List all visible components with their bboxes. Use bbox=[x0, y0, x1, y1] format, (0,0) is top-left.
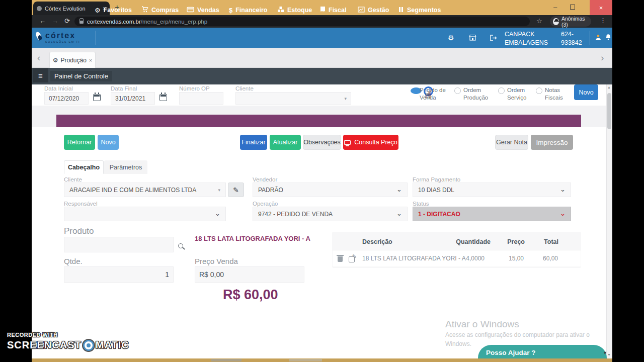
nav-label: Segmentos bbox=[407, 7, 441, 14]
scrollbar-thumb[interactable] bbox=[607, 93, 611, 129]
cliente-label: Cliente bbox=[64, 176, 82, 183]
data-final-input[interactable]: 31/01/2021 bbox=[111, 92, 155, 105]
cliente-select[interactable]: ARACAIPE IND E COM DE ALIMENTOS LTDA ▾ bbox=[64, 183, 226, 197]
radio-ordem-producao[interactable] bbox=[454, 87, 461, 94]
cliente-filter-select[interactable]: ▾ bbox=[235, 92, 351, 105]
nav-item-compras[interactable]: Compras bbox=[141, 0, 179, 20]
matic-text: MATIC bbox=[96, 339, 129, 351]
hamburger-menu-icon[interactable]: ≡ bbox=[33, 68, 48, 82]
nav-item-gestao[interactable]: Gestão bbox=[358, 0, 389, 20]
nav-label: Favoritos bbox=[104, 7, 132, 14]
vendedor-select[interactable]: PADRÃO ⌄ bbox=[253, 183, 408, 197]
user-icon[interactable] bbox=[595, 34, 601, 43]
columns-icon bbox=[398, 7, 404, 14]
retornar-button[interactable]: Retornar bbox=[64, 135, 95, 150]
profile-badge[interactable]: Anônimas (3) bbox=[550, 16, 591, 27]
numero-op-input[interactable] bbox=[179, 92, 223, 105]
responsavel-select[interactable]: ⌄ bbox=[64, 207, 226, 221]
maximize-icon[interactable] bbox=[570, 5, 575, 10]
search-icon[interactable] bbox=[178, 241, 183, 250]
logo-subtitle: SOLUÇÕES EM TI bbox=[45, 40, 80, 43]
observacoes-button[interactable]: Observações bbox=[303, 135, 341, 150]
tab-favicon bbox=[37, 6, 42, 11]
bookmark-star-icon[interactable]: ☆ bbox=[536, 17, 542, 25]
produto-label: Produto bbox=[64, 226, 94, 236]
screen: Córtex Evolution × + – × ← → ⟳ cortexven… bbox=[0, 0, 644, 362]
tab-producao-label: Produção bbox=[60, 57, 86, 64]
produto-input[interactable] bbox=[64, 237, 174, 252]
forma-pagamento-select[interactable]: 10 DIAS DDL ⌄ bbox=[413, 183, 571, 197]
tab-producao-close-icon[interactable]: × bbox=[89, 57, 92, 63]
company-name: CANPACK EMBALAGENS bbox=[505, 30, 548, 47]
tab-parametros[interactable]: Parâmetros bbox=[104, 160, 147, 174]
nav-item-estoque[interactable]: Estoque bbox=[277, 0, 312, 20]
tab-producao[interactable]: ⚙ Produção × bbox=[49, 52, 96, 68]
gerar-nota-button[interactable]: Gerar Nota bbox=[495, 135, 528, 150]
code-line1: 624- bbox=[561, 30, 582, 39]
nav-label: Fiscal bbox=[329, 7, 346, 14]
radio-notas-fiscais[interactable] bbox=[536, 87, 542, 94]
store-icon[interactable] bbox=[469, 34, 476, 43]
cubes-icon bbox=[277, 6, 284, 14]
chat-label: Posso Ajudar ? bbox=[486, 349, 536, 356]
scroll-down-icon[interactable]: ▼ bbox=[607, 353, 611, 356]
delete-row-icon[interactable] bbox=[338, 255, 343, 264]
finalizar-button[interactable]: Finalizar bbox=[240, 135, 267, 150]
nav-item-financeiro[interactable]: $ Financeiro bbox=[229, 0, 267, 20]
logo-leaf-icon bbox=[35, 31, 43, 41]
reload-icon[interactable]: ⟳ bbox=[64, 18, 70, 24]
novo-filter-button[interactable]: Novo bbox=[574, 84, 598, 100]
tabs-scroll-right-icon[interactable]: › bbox=[601, 52, 604, 63]
app-logo[interactable]: córtex SOLUÇÕES EM TI bbox=[35, 31, 80, 43]
radio-ordem-servico[interactable] bbox=[498, 87, 505, 94]
browser-menu-icon[interactable]: ⋮ bbox=[600, 17, 606, 24]
status-select[interactable]: 1 - DIGITACAO ⌄ bbox=[413, 207, 571, 221]
section-title-bar bbox=[56, 115, 581, 127]
gear-icon: ⚙ bbox=[95, 7, 101, 14]
panel-title: Painel de Controle bbox=[50, 71, 112, 81]
scroll-up-icon[interactable]: ▲ bbox=[607, 85, 611, 89]
item-total: R$ 60,00 bbox=[223, 287, 278, 303]
forma-pagamento-value: 10 DIAS DDL bbox=[418, 187, 454, 194]
impressao-button[interactable]: Impressão bbox=[531, 135, 573, 150]
bell-icon[interactable] bbox=[605, 33, 611, 42]
col-preco: Preço bbox=[501, 238, 525, 245]
screencast-watermark: SCREENCAST MATIC bbox=[7, 339, 129, 351]
tab-cabecalho[interactable]: Cabeçalho bbox=[64, 160, 104, 174]
close-window-icon[interactable]: × bbox=[590, 0, 612, 15]
calendar-icon[interactable] bbox=[93, 94, 101, 103]
qtde-input[interactable]: 1 bbox=[64, 266, 174, 283]
nav-item-vendas[interactable]: Vendas bbox=[187, 0, 219, 20]
preco-venda-input[interactable]: R$ 0,00 bbox=[195, 266, 304, 283]
chart-icon bbox=[358, 7, 365, 14]
nav-item-favoritos[interactable]: ⚙ Favoritos bbox=[95, 0, 132, 20]
radio-notas-fiscais-label: NotasFiscais bbox=[545, 86, 563, 102]
logout-icon[interactable] bbox=[490, 34, 497, 43]
minimize-icon[interactable]: – bbox=[553, 4, 557, 11]
atualizar-button[interactable]: Atualizar bbox=[270, 135, 301, 150]
nav-divider-2 bbox=[590, 31, 590, 45]
data-inicial-label: Data Inicial bbox=[44, 85, 73, 92]
operacao-select[interactable]: 9742 - PEDIDO DE VENDA ⌄ bbox=[253, 207, 408, 221]
settings-gear-icon[interactable]: ⚙ bbox=[448, 34, 454, 42]
edit-cliente-button[interactable]: ✎ bbox=[228, 183, 244, 197]
consulta-preco-button[interactable]: Consulta Preço bbox=[343, 135, 398, 150]
row-preco: 15,00 bbox=[501, 255, 524, 262]
chat-caret-icon: ▼ bbox=[603, 350, 607, 355]
code-line2: 933842 bbox=[561, 39, 582, 47]
taskbar-item bbox=[211, 359, 242, 361]
workspace-tabstrip bbox=[32, 48, 612, 68]
taskbar-sliver bbox=[32, 358, 612, 362]
calendar-icon[interactable] bbox=[159, 94, 167, 103]
recorded-with-watermark: RECORDED WITH bbox=[7, 332, 58, 338]
back-icon[interactable]: ← bbox=[39, 18, 46, 24]
nav-item-fiscal[interactable]: Fiscal bbox=[320, 0, 346, 20]
forward-icon[interactable]: → bbox=[52, 18, 58, 24]
novo-button[interactable]: Novo bbox=[98, 135, 119, 150]
tabs-scroll-left-icon[interactable]: ‹ bbox=[37, 52, 40, 63]
data-inicial-input[interactable]: 07/12/2020 bbox=[44, 92, 89, 105]
gears-icon: ⚙ bbox=[53, 57, 58, 64]
edit-row-icon[interactable] bbox=[349, 255, 355, 264]
qtde-label: Qtde. bbox=[64, 257, 83, 265]
nav-item-segmentos[interactable]: Segmentos bbox=[398, 0, 441, 20]
